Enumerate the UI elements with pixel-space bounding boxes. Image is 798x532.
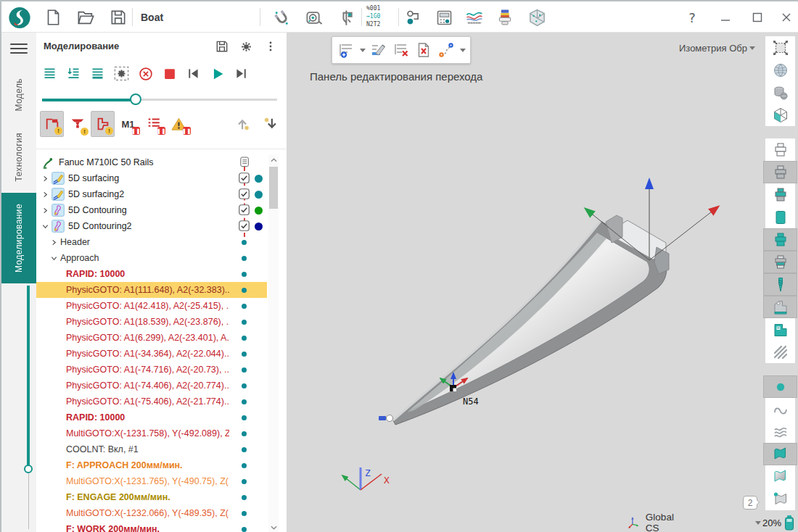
tree-row[interactable]: PhysicGOTO: A1(111.648), A2(-32.383)... (36, 282, 267, 298)
gcode-preview-button[interactable]: %001 →1G0 N2T2 (366, 4, 397, 28)
flag-gradient-button[interactable] (765, 465, 795, 488)
tree-row[interactable]: PhysicGOTO: A1(-75.406), A2(-21.774)... (36, 394, 267, 410)
boat-model[interactable] (393, 215, 669, 425)
cylinder-teal-button[interactable] (765, 206, 795, 228)
next-frame-button[interactable] (232, 65, 250, 83)
cancel-simulation-button[interactable] (136, 65, 155, 83)
tree-row[interactable]: PhysicGOTO: A1(-74.716), A2(-20.73), ... (36, 362, 267, 378)
tree-row[interactable]: MultiGOTO:X(-1232.066), Y(-489.35), Z(1.… (36, 505, 267, 521)
caliper-button[interactable] (335, 6, 358, 29)
new-document-button[interactable] (41, 6, 65, 29)
hatch-lines-button[interactable] (765, 341, 795, 363)
chevron-right-icon[interactable] (42, 191, 51, 198)
main-menu-button[interactable] (10, 41, 28, 55)
row-checkbox[interactable] (239, 188, 250, 199)
go-to-current-button[interactable] (89, 65, 107, 83)
delete-frame-button[interactable] (414, 39, 434, 61)
workpiece-wireframe-button[interactable] (765, 138, 795, 161)
workpiece-setup-button[interactable] (525, 6, 548, 29)
close-button[interactable] (775, 6, 798, 29)
simulation-route-button[interactable] (402, 6, 425, 29)
save-project-button[interactable] (107, 6, 130, 29)
panel-save-button[interactable] (213, 37, 231, 56)
curve-wave-button[interactable] (765, 398, 795, 420)
workpiece-teal-gray-button[interactable] (765, 183, 795, 206)
show-all-moves-button[interactable] (41, 65, 59, 83)
row-checkbox[interactable] (239, 204, 250, 215)
machine-teal-button[interactable] (765, 318, 795, 341)
tree-row[interactable]: 5D Contouring2 (36, 218, 267, 234)
tree-row[interactable]: RAPID: 10000 (36, 410, 267, 425)
workpiece-teal-button[interactable] (763, 228, 797, 251)
measure-button[interactable] (303, 6, 326, 29)
move-up-button[interactable] (234, 114, 252, 134)
toggle-workpiece-button[interactable]: ! (40, 111, 64, 137)
machine-head-button[interactable] (763, 296, 797, 318)
scrollbar-thumb[interactable] (269, 167, 278, 209)
row-checkbox[interactable] (239, 220, 250, 231)
csys-selector[interactable]: Global CS (628, 512, 761, 532)
tree-row[interactable]: F: WORK 200мм/мин. (36, 521, 267, 532)
row-checkbox[interactable] (239, 173, 250, 183)
workpiece-gray-button[interactable] (763, 161, 797, 183)
chevron-down-icon[interactable] (42, 223, 51, 230)
edit-node-button[interactable] (369, 39, 389, 61)
toggle-warning-stops-button[interactable]: ❚❚ (167, 111, 191, 137)
toggle-fixture-button[interactable]: ! (65, 111, 89, 137)
tool-manager-button[interactable] (493, 6, 517, 29)
toggle-operation-stops-button[interactable]: ❚❚ (141, 111, 165, 137)
maximize-button[interactable] (746, 6, 769, 29)
drill-tool-button[interactable] (763, 273, 797, 296)
rotate-cylinders-button[interactable] (765, 81, 795, 104)
previous-frame-button[interactable] (184, 65, 202, 83)
view-orientation-selector[interactable]: Изометрия Обр (679, 43, 755, 54)
tree-row[interactable]: PhysicGOTO: A1(-34.364), A2(-22.044)... (36, 346, 267, 362)
open-project-button[interactable] (74, 6, 97, 29)
tree-row[interactable]: PhysicGOTO: A1(6.299), A2(-23.401), A... (36, 330, 267, 346)
tree-row[interactable]: COOLNT: Вкл, #1 (36, 441, 267, 457)
tree-row[interactable]: RAPID: 10000 (36, 266, 267, 282)
chevron-right-icon[interactable] (51, 239, 59, 246)
step-forward-list-button[interactable] (65, 65, 83, 83)
toggle-machine-button[interactable]: ! (91, 111, 115, 137)
path-points-dropdown[interactable] (458, 39, 466, 61)
tree-row[interactable]: PhysicGOTO: A1(18.539), A2(-23.876), ... (36, 314, 267, 330)
tree-row[interactable]: MultiGOTO:X(-1231.765), Y(-490.75), Z(1.… (36, 473, 267, 489)
move-down-button[interactable] (261, 114, 280, 134)
tree-row[interactable]: MultiGOTO:X(-1231.758), Y(-492.089), Z(.… (36, 425, 267, 441)
notes-icon[interactable] (240, 157, 250, 167)
edit-path-points-button[interactable] (436, 39, 456, 61)
help-button[interactable]: ? (680, 6, 704, 29)
chevron-down-icon[interactable] (51, 255, 59, 262)
play-button[interactable] (208, 65, 226, 83)
viewport-3d[interactable]: N54 Z X Па (287, 33, 761, 532)
insert-node-button[interactable] (336, 39, 356, 61)
panel-settings-button[interactable] (236, 37, 255, 56)
tree-row[interactable]: 5D surfacing2 (36, 186, 267, 202)
tree-row[interactable]: 5D Contouring (36, 202, 267, 218)
tree-row[interactable]: Header (36, 234, 267, 250)
sidebar-tab-1[interactable]: Модель (1, 67, 36, 122)
chevron-right-icon[interactable] (42, 207, 51, 214)
frame-settings-button[interactable] (112, 65, 131, 83)
iso-cube-button[interactable] (765, 104, 795, 126)
toggle-m1-stops-button[interactable]: M1 ❚❚ (116, 111, 140, 137)
app-logo[interactable] (8, 6, 31, 29)
stop-button[interactable] (160, 65, 178, 83)
slider-thumb[interactable] (24, 465, 33, 473)
dot-teal-button[interactable] (763, 375, 797, 398)
graphs-button[interactable] (463, 6, 486, 29)
tree-row[interactable]: Fanuc M710IC 50 Rails (36, 154, 267, 170)
delete-node-button[interactable] (391, 39, 411, 61)
tree-row[interactable]: PhysicGOTO: A1(-74.406), A2(-20.774)... (36, 378, 267, 394)
minimize-button[interactable] (714, 6, 737, 29)
panel-menu-button[interactable] (261, 37, 280, 56)
flag-dot-button[interactable] (765, 488, 795, 510)
tree-row[interactable]: Approach (36, 250, 267, 266)
tree-scrollbar[interactable] (268, 154, 279, 532)
shaded-sphere-button[interactable] (765, 59, 795, 81)
flag-teal-button[interactable] (763, 443, 797, 465)
sidebar-tab-2[interactable]: Технология (1, 122, 36, 193)
control-panel-button[interactable] (432, 6, 456, 29)
wave-layers-button[interactable] (765, 420, 795, 443)
